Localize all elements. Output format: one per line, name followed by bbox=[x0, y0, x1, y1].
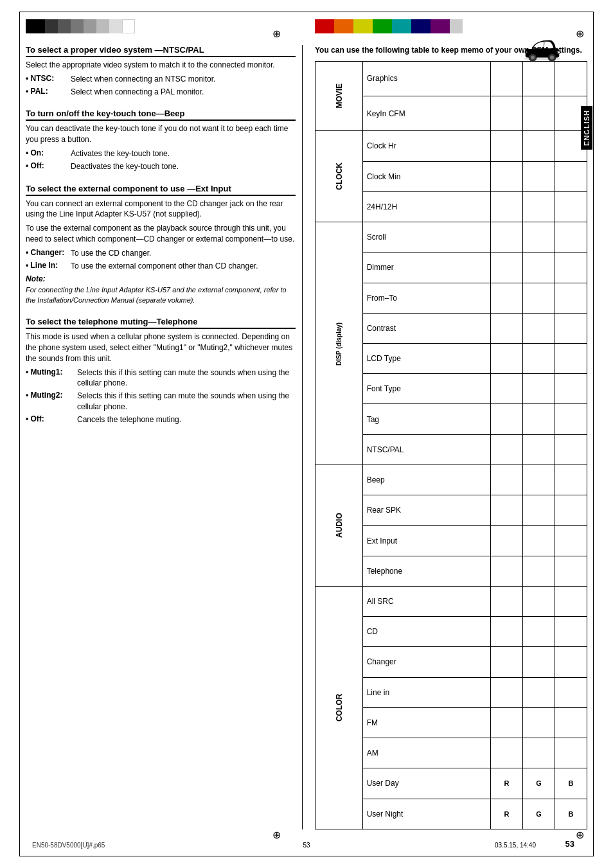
bullet-muting2: • Muting2: Selects this if this setting … bbox=[26, 391, 296, 412]
bullet-off: • Off: Deactivates the key-touch tone. bbox=[26, 161, 296, 172]
section-title-ext: To select the external component to use … bbox=[26, 184, 296, 196]
cell-tag-1 bbox=[491, 404, 523, 434]
row-linein: Line in bbox=[362, 677, 490, 707]
col-b: B bbox=[555, 768, 587, 799]
section-title-ntsc: To select a proper video system —NTSC/PA… bbox=[26, 45, 296, 57]
bullet-changer-label: • Changer: bbox=[26, 248, 67, 259]
section-telephone: To select the telephone muting—Telephone… bbox=[26, 317, 296, 425]
cell-contrast-2 bbox=[523, 313, 555, 343]
cell-dimmer-1 bbox=[491, 252, 523, 283]
page-border-top bbox=[19, 12, 594, 12]
page-border-right bbox=[593, 12, 594, 856]
page-number: 53 bbox=[565, 839, 574, 849]
bullet-off-label: • Off: bbox=[26, 161, 67, 172]
note-label: Note: bbox=[26, 274, 296, 283]
row-rear-spk: Rear SPK bbox=[362, 495, 490, 526]
row-all-src: All SRC bbox=[362, 586, 490, 616]
telephone-body: This mode is used when a cellular phone … bbox=[26, 332, 296, 364]
table-row: MOVIE Graphics bbox=[315, 61, 587, 96]
psm-table-wrapper: MOVIE Graphics KeyIn CFM CLOCK bbox=[315, 61, 587, 829]
cell-changer-2 bbox=[523, 647, 555, 677]
cell-cd-2 bbox=[523, 617, 555, 647]
cell-rearspk-2 bbox=[523, 495, 555, 526]
table-row: COLOR All SRC bbox=[315, 586, 587, 616]
color-bar-right bbox=[315, 19, 482, 33]
row-contrast: Contrast bbox=[362, 313, 490, 343]
bullet-pal: • PAL: Select when connecting a PAL moni… bbox=[26, 87, 296, 98]
color-bar-left bbox=[26, 19, 154, 33]
cell-clockmin-3 bbox=[555, 161, 587, 191]
cell-font-3 bbox=[555, 374, 587, 404]
ntsc-body: Select the appropriate video system to m… bbox=[26, 60, 296, 71]
ext-body2: To use the external component as the pla… bbox=[26, 223, 296, 245]
row-user-night: User Night bbox=[362, 799, 490, 829]
bullet-linein: • Line In: To use the external component… bbox=[26, 261, 296, 272]
row-user-day: User Day bbox=[362, 768, 490, 799]
cell-tag-2 bbox=[523, 404, 555, 434]
table-row: CLOCK Clock Hr bbox=[315, 131, 587, 161]
cell-telephone-2 bbox=[523, 556, 555, 586]
row-graphics: Graphics bbox=[362, 61, 490, 96]
cell-clockmin-2 bbox=[523, 161, 555, 191]
group-disp: DISP (display) bbox=[315, 222, 363, 465]
reg-mark-top-left: ⊕ bbox=[270, 27, 283, 40]
cell-graphics-2 bbox=[523, 61, 555, 96]
row-telephone: Telephone bbox=[362, 556, 490, 586]
cell-scroll-2 bbox=[523, 222, 555, 252]
reg-mark-bottom-left: ⊕ bbox=[270, 828, 283, 841]
cell-telephone-3 bbox=[555, 556, 587, 586]
col-b-night: B bbox=[555, 799, 587, 829]
cell-tag-3 bbox=[555, 404, 587, 434]
cell-telephone-1 bbox=[491, 556, 523, 586]
bullet-ntsc-text: Select when connecting an NTSC monitor. bbox=[71, 74, 215, 85]
cell-am-2 bbox=[523, 738, 555, 768]
bullet-changer: • Changer: To use the CD changer. bbox=[26, 248, 296, 259]
right-column: You can use the following table to keep … bbox=[315, 45, 587, 829]
cell-contrast-1 bbox=[491, 313, 523, 343]
row-keyin-cfm: KeyIn CFM bbox=[362, 96, 490, 131]
cell-clockmin-1 bbox=[491, 161, 523, 191]
cell-allsrc-3 bbox=[555, 586, 587, 616]
cell-linein-2 bbox=[523, 677, 555, 707]
cell-allsrc-1 bbox=[491, 586, 523, 616]
cell-24h-1 bbox=[491, 191, 523, 222]
group-clock: CLOCK bbox=[315, 131, 363, 222]
cell-graphics-1 bbox=[491, 61, 523, 96]
cell-keyin-3 bbox=[555, 96, 587, 131]
beep-body: You can deactivate the key-touch tone if… bbox=[26, 123, 296, 145]
cell-fm-3 bbox=[555, 707, 587, 738]
cell-lcd-1 bbox=[491, 344, 523, 374]
bullet-ntsc: • NTSC: Select when connecting an NTSC m… bbox=[26, 74, 296, 85]
row-scroll: Scroll bbox=[362, 222, 490, 252]
cell-allsrc-2 bbox=[523, 586, 555, 616]
cell-clockhr-3 bbox=[555, 131, 587, 161]
bullet-ntsc-label: • NTSC: bbox=[26, 74, 67, 85]
cell-keyin-1 bbox=[491, 96, 523, 131]
col-r-night: R bbox=[491, 799, 523, 829]
cell-rearspk-1 bbox=[491, 495, 523, 526]
group-audio: AUDIO bbox=[315, 465, 363, 586]
bullet-muting1: • Muting1: Selects this if this setting … bbox=[26, 368, 296, 389]
reg-mark-top-right: ⊕ bbox=[573, 27, 586, 40]
bullet-on-text: Activates the key-touch tone. bbox=[71, 148, 170, 159]
group-color: COLOR bbox=[315, 586, 363, 829]
bullet-on: • On: Activates the key-touch tone. bbox=[26, 148, 296, 159]
cell-ntscpal-2 bbox=[523, 434, 555, 465]
cell-rearspk-3 bbox=[555, 495, 587, 526]
section-ext-input: To select the external component to use … bbox=[26, 184, 296, 306]
cell-changer-1 bbox=[491, 647, 523, 677]
cell-am-1 bbox=[491, 738, 523, 768]
bullet-off-tel-label: • Off: bbox=[26, 414, 74, 425]
bullet-changer-text: To use the CD changer. bbox=[71, 248, 151, 259]
cell-extinput-1 bbox=[491, 526, 523, 556]
left-column: To select a proper video system —NTSC/PA… bbox=[26, 45, 302, 829]
row-cd: CD bbox=[362, 617, 490, 647]
cell-ntscpal-3 bbox=[555, 434, 587, 465]
section-title-telephone: To select the telephone muting—Telephone bbox=[26, 317, 296, 329]
row-ntsc-pal: NTSC/PAL bbox=[362, 434, 490, 465]
bullet-muting1-text: Selects this if this setting can mute th… bbox=[77, 368, 296, 389]
col-r: R bbox=[491, 768, 523, 799]
cell-linein-3 bbox=[555, 677, 587, 707]
cell-clockhr-2 bbox=[523, 131, 555, 161]
col-g: G bbox=[523, 768, 555, 799]
